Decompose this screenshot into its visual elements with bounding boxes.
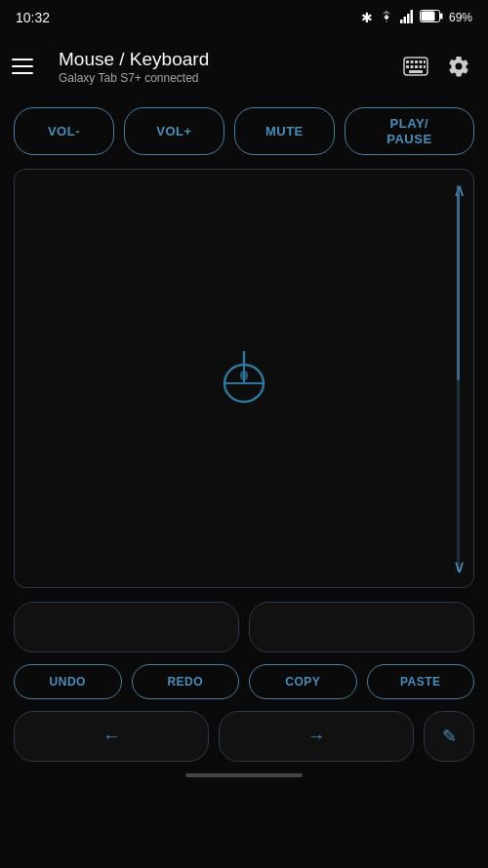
svg-rect-12 <box>424 60 426 63</box>
edit-button[interactable]: ✎ <box>424 711 474 762</box>
menu-line-3 <box>12 72 33 74</box>
svg-rect-5 <box>440 14 443 20</box>
svg-rect-8 <box>406 60 409 63</box>
svg-rect-13 <box>406 65 409 68</box>
play-pause-button[interactable]: PLAY/ PAUSE <box>345 107 474 155</box>
left-click-button[interactable] <box>14 602 239 652</box>
scroll-down-button[interactable]: ∨ <box>453 556 466 577</box>
status-icons: ✱ 69% <box>361 10 472 26</box>
trackpad-area[interactable]: ∧ ∨ <box>14 169 474 588</box>
signal-icon <box>400 10 414 26</box>
edit-pencil-icon: ✎ <box>442 726 457 747</box>
app-title: Mouse / Keyboard <box>59 49 398 70</box>
app-subtitle: Galaxy Tab S7+ connected <box>59 71 398 85</box>
forward-button[interactable]: → <box>219 711 414 762</box>
home-indicator <box>185 773 303 777</box>
menu-line-1 <box>12 59 33 60</box>
scroll-thumb <box>457 185 460 380</box>
forward-arrow-icon: → <box>307 727 325 747</box>
svg-rect-14 <box>411 65 414 68</box>
battery-icon <box>420 10 443 25</box>
keyboard-button[interactable] <box>398 49 433 84</box>
app-title-container: Mouse / Keyboard Galaxy Tab S7+ connecte… <box>59 49 398 85</box>
svg-rect-1 <box>403 17 406 23</box>
back-arrow-icon: ← <box>102 727 120 747</box>
svg-rect-17 <box>424 65 426 68</box>
vol-minus-button[interactable]: VOL- <box>14 107 114 155</box>
svg-rect-11 <box>420 60 423 63</box>
mute-button[interactable]: MUTE <box>234 107 335 155</box>
svg-rect-16 <box>420 65 423 68</box>
app-bar-actions <box>398 49 476 84</box>
status-time: 10:32 <box>16 10 50 25</box>
bluetooth-icon: ✱ <box>361 10 373 25</box>
paste-button[interactable]: PASTE <box>367 664 475 699</box>
svg-rect-0 <box>400 20 403 23</box>
svg-rect-6 <box>421 12 434 21</box>
status-bar: 10:32 ✱ <box>0 0 488 35</box>
scroll-bar <box>457 185 460 572</box>
undo-button[interactable]: UNDO <box>14 664 122 699</box>
edit-controls: UNDO REDO COPY PASTE <box>0 656 488 707</box>
wifi-icon <box>379 10 394 26</box>
svg-rect-10 <box>415 60 418 63</box>
svg-rect-23 <box>240 371 248 380</box>
mouse-icon <box>221 349 267 408</box>
vol-plus-button[interactable]: VOL+ <box>124 107 224 155</box>
battery-percent: 69% <box>449 11 472 24</box>
svg-rect-9 <box>411 60 414 63</box>
svg-rect-15 <box>415 65 418 68</box>
app-bar: Mouse / Keyboard Galaxy Tab S7+ connecte… <box>0 35 488 98</box>
media-controls: VOL- VOL+ MUTE PLAY/ PAUSE <box>0 98 488 165</box>
svg-rect-3 <box>410 10 413 23</box>
settings-button[interactable] <box>441 49 476 84</box>
right-click-button[interactable] <box>249 602 474 652</box>
copy-button[interactable]: COPY <box>249 664 357 699</box>
back-button[interactable]: ← <box>14 711 209 762</box>
svg-rect-2 <box>407 14 410 23</box>
menu-button[interactable] <box>12 49 47 84</box>
svg-rect-18 <box>409 70 423 73</box>
nav-row: ← → ✎ <box>0 707 488 766</box>
mouse-buttons-row <box>0 592 488 656</box>
menu-line-2 <box>12 65 33 67</box>
redo-button[interactable]: REDO <box>132 664 240 699</box>
